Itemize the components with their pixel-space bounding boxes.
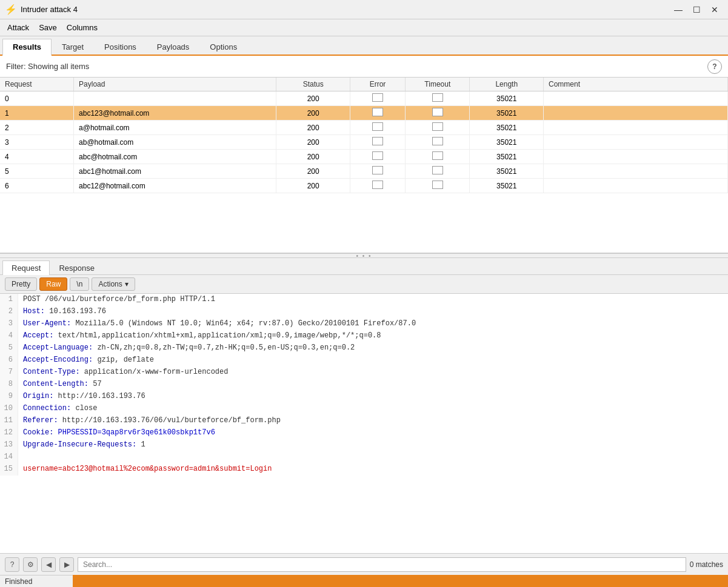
- newline-button[interactable]: \n: [70, 277, 89, 291]
- cell-error: [350, 91, 405, 106]
- table-row[interactable]: 3 ab@hotmail.com 200 35021: [0, 135, 728, 150]
- cell-length: 35021: [470, 150, 544, 164]
- cell-request: 5: [0, 164, 74, 179]
- panel-resizer[interactable]: • • •: [0, 253, 728, 258]
- matches-label: 0 matches: [690, 560, 723, 569]
- code-line: 2Host: 10.163.193.76: [0, 306, 728, 318]
- cell-length: 35021: [470, 135, 544, 150]
- cell-error: [350, 150, 405, 164]
- results-table-container: Request Payload Status Error Timeout Len…: [0, 78, 728, 253]
- title-bar-title: Intruder attack 4: [21, 5, 670, 14]
- table-row[interactable]: 4 abc@hotmail.com 200 35021: [0, 150, 728, 164]
- cell-status: 200: [276, 121, 350, 135]
- cell-error: [350, 121, 405, 135]
- results-table: Request Payload Status Error Timeout Len…: [0, 78, 728, 193]
- cell-status: 200: [276, 164, 350, 179]
- menu-save[interactable]: Save: [34, 21, 62, 34]
- cell-comment: [544, 135, 728, 150]
- col-header-error[interactable]: Error: [350, 78, 405, 91]
- cell-comment: [544, 121, 728, 135]
- cell-length: 35021: [470, 164, 544, 179]
- col-header-comment[interactable]: Comment: [544, 78, 728, 91]
- cell-comment: [544, 179, 728, 193]
- col-header-length[interactable]: Length: [470, 78, 544, 91]
- table-row[interactable]: 2 a@hotmail.com 200 35021: [0, 121, 728, 135]
- cell-comment: [544, 150, 728, 164]
- code-line: 11Referer: http://10.163.193.76/06/vul/b…: [0, 415, 728, 427]
- tab-positions[interactable]: Positions: [94, 39, 147, 56]
- cell-status: 200: [276, 91, 350, 106]
- cell-request: 6: [0, 179, 74, 193]
- back-icon-btn[interactable]: ◀: [41, 557, 56, 572]
- app-icon: ⚡: [5, 4, 17, 15]
- cell-timeout: [406, 135, 470, 150]
- cell-timeout: [406, 121, 470, 135]
- menu-bar: Attack Save Columns: [0, 19, 728, 36]
- code-line: 12Cookie: PHPSESSID=3qap8rv6r3qe61k00sbk…: [0, 427, 728, 439]
- forward-icon-btn[interactable]: ▶: [59, 557, 74, 572]
- cell-request: 2: [0, 121, 74, 135]
- col-header-status[interactable]: Status: [276, 78, 350, 91]
- sub-tab-request[interactable]: Request: [2, 260, 50, 275]
- finished-label: Finished: [0, 575, 73, 587]
- cell-payload: a@hotmail.com: [74, 121, 276, 135]
- tab-options[interactable]: Options: [199, 39, 247, 56]
- code-line: 15username=abc123@hotmail%2ecom&password…: [0, 463, 728, 476]
- cell-length: 35021: [470, 106, 544, 121]
- cell-length: 35021: [470, 121, 544, 135]
- menu-columns[interactable]: Columns: [62, 21, 102, 34]
- maximize-button[interactable]: ☐: [688, 2, 705, 17]
- cell-payload: abc123@hotmail.com: [74, 106, 276, 121]
- code-line: 14: [0, 451, 728, 463]
- sub-tab-response[interactable]: Response: [50, 260, 104, 275]
- tab-payloads[interactable]: Payloads: [147, 39, 199, 56]
- tab-results[interactable]: Results: [2, 39, 52, 56]
- cell-request: 3: [0, 135, 74, 150]
- cell-comment: [544, 164, 728, 179]
- col-header-payload[interactable]: Payload: [74, 78, 276, 91]
- table-row[interactable]: 0 200 35021: [0, 91, 728, 106]
- table-row[interactable]: 6 abc12@hotmail.com 200 35021: [0, 179, 728, 193]
- raw-button[interactable]: Raw: [39, 277, 67, 291]
- col-header-request[interactable]: Request: [0, 78, 74, 91]
- status-bar: ? ⚙ ◀ ▶ 0 matches: [0, 553, 728, 575]
- code-line: 9Origin: http://10.163.193.76: [0, 391, 728, 403]
- code-line: 7Content-Type: application/x-www-form-ur…: [0, 366, 728, 379]
- cell-payload: [74, 91, 276, 106]
- code-line: 3User-Agent: Mozilla/5.0 (Windows NT 10.…: [0, 318, 728, 330]
- cell-length: 35021: [470, 91, 544, 106]
- help-icon-btn[interactable]: ?: [5, 557, 19, 572]
- filter-bar: Filter: Showing all items ?: [0, 56, 728, 78]
- code-line: 5Accept-Language: zh-CN,zh;q=0.8,zh-TW;q…: [0, 342, 728, 354]
- menu-attack[interactable]: Attack: [2, 21, 34, 34]
- tab-target[interactable]: Target: [52, 39, 94, 56]
- sub-tab-bar: Request Response: [0, 258, 728, 275]
- cell-timeout: [406, 179, 470, 193]
- cell-timeout: [406, 164, 470, 179]
- cell-status: 200: [276, 150, 350, 164]
- cell-timeout: [406, 150, 470, 164]
- window-controls: — ☐ ✕: [670, 2, 723, 17]
- bottom-status-bar: Finished: [0, 575, 728, 587]
- editor-toolbar: Pretty Raw \n Actions ▾: [0, 275, 728, 294]
- table-row[interactable]: 1 abc123@hotmail.com 200 35021: [0, 106, 728, 121]
- cell-payload: ab@hotmail.com: [74, 135, 276, 150]
- code-editor[interactable]: 1POST /06/vul/burteforce/bf_form.php HTT…: [0, 294, 728, 553]
- filter-help-button[interactable]: ?: [707, 59, 722, 74]
- bottom-panel: Request Response Pretty Raw \n Actions ▾…: [0, 258, 728, 553]
- actions-button[interactable]: Actions ▾: [92, 277, 135, 291]
- minimize-button[interactable]: —: [670, 2, 687, 17]
- cell-payload: abc12@hotmail.com: [74, 179, 276, 193]
- search-input[interactable]: [78, 557, 686, 572]
- col-header-timeout[interactable]: Timeout: [406, 78, 470, 91]
- actions-label: Actions: [98, 280, 122, 288]
- cell-payload: abc@hotmail.com: [74, 150, 276, 164]
- cell-request: 4: [0, 150, 74, 164]
- pretty-button[interactable]: Pretty: [5, 277, 37, 291]
- filter-text: Filter: Showing all items: [6, 62, 707, 71]
- code-line: 13Upgrade-Insecure-Requests: 1: [0, 439, 728, 451]
- table-row[interactable]: 5 abc1@hotmail.com 200 35021: [0, 164, 728, 179]
- settings-icon-btn[interactable]: ⚙: [23, 557, 38, 572]
- cell-error: [350, 164, 405, 179]
- close-button[interactable]: ✕: [706, 2, 723, 17]
